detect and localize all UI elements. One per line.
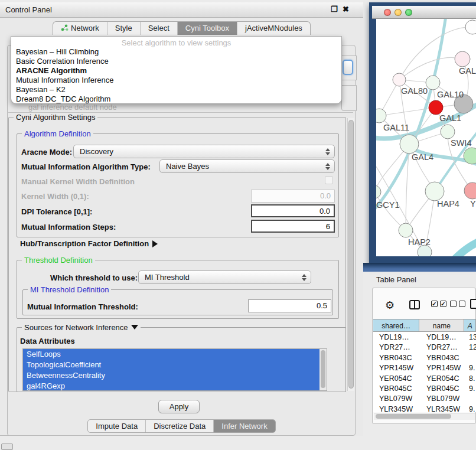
- algorithm-option-aracne[interactable]: ARACNE Algorithm: [11, 66, 341, 76]
- table-hscrollbar-thumb[interactable]: [376, 414, 451, 419]
- table-row[interactable]: YBR045CYBR045C9.: [373, 383, 476, 393]
- table-row[interactable]: YPR145WYPR145W9.: [373, 363, 476, 373]
- mi-type-combo[interactable]: Naive Bayes: [159, 159, 335, 173]
- column-header-name[interactable]: name: [419, 319, 464, 332]
- algorithm-option-basic-correlation[interactable]: Basic Correlation Inference: [11, 57, 341, 66]
- zoom-traffic-light-icon[interactable]: [405, 9, 412, 16]
- list-item-selfloops[interactable]: SelfLoops: [23, 349, 327, 360]
- list-item-gal4rgexp[interactable]: gal4RGexp: [23, 381, 327, 391]
- tab-select[interactable]: Select: [141, 22, 178, 35]
- mi-steps-field[interactable]: 6: [251, 220, 335, 233]
- node-gcy1[interactable]: [376, 185, 381, 198]
- mi-steps-label: Mutual Information Steps:: [21, 223, 116, 231]
- show-columns-icon[interactable]: ✓ ✓: [431, 301, 446, 307]
- cell: 9.: [467, 383, 476, 393]
- control-panel-title: Control Panel: [5, 5, 52, 14]
- table-row[interactable]: YBL079WYBL079W: [373, 393, 476, 403]
- aracne-mode-combo[interactable]: Discovery: [73, 145, 335, 158]
- node-unlabeled[interactable]: [465, 20, 476, 34]
- node-y-partial[interactable]: [464, 182, 476, 199]
- label-gal1: GAL1: [439, 113, 461, 123]
- mi-type-label: Mutual Information Algorithm Type:: [21, 162, 151, 171]
- algorithm-option-mutual-information[interactable]: Mutual Information Inference: [11, 76, 341, 85]
- column-header-partial[interactable]: A: [464, 319, 476, 332]
- apply-button[interactable]: Apply: [158, 400, 200, 413]
- which-threshold-combo[interactable]: MI Threshold: [138, 270, 311, 284]
- dpi-tolerance-label: DPI Tolerance [0,1]:: [21, 207, 92, 216]
- table-row[interactable]: YLR345WYLR345W9.: [373, 404, 476, 412]
- tab-style[interactable]: Style: [107, 22, 141, 35]
- tab-cyni-toolbox[interactable]: Cyni Toolbox: [178, 22, 237, 35]
- panel-corner-handle[interactable]: [1, 444, 13, 450]
- node-hap2[interactable]: [399, 223, 413, 237]
- hub-section-label: Hub/Transcription Factor Definition: [20, 239, 149, 248]
- close-traffic-light-icon[interactable]: [384, 9, 391, 16]
- algorithm-option-bayesian-k2[interactable]: Bayesian – K2: [11, 85, 341, 94]
- manual-kernel-checkbox[interactable]: [325, 176, 333, 184]
- node-gal4[interactable]: [400, 135, 419, 154]
- tab-discretize-data[interactable]: Discretize Data: [146, 420, 214, 432]
- column-header-shared-name[interactable]: shared…: [373, 319, 419, 332]
- dpi-tolerance-field[interactable]: 0.0: [251, 204, 335, 217]
- node-labels: GAL GAL80 GAL10 GAL1 GAL11 SWI4 GAL4 GCY…: [376, 66, 476, 247]
- table-row[interactable]: YDR27…YDR27…12: [373, 342, 476, 352]
- mi-threshold-label: Mutual Information Threshold:: [27, 302, 138, 311]
- cell: 12: [467, 342, 476, 352]
- cell: YDR27…: [373, 342, 420, 352]
- cell: YPR145W: [420, 363, 467, 373]
- cell: YBR043C: [373, 353, 420, 363]
- cell: YPR145W: [373, 363, 420, 373]
- hide-columns-icon[interactable]: [450, 301, 465, 307]
- network-view-window[interactable]: GAL GAL80 GAL10 GAL1 GAL11 SWI4 GAL4 GCY…: [369, 2, 476, 263]
- label-gal80: GAL80: [401, 86, 428, 96]
- tab-impute-data-label: Impute Data: [96, 422, 138, 431]
- settings-scrollbar-thumb[interactable]: [348, 120, 354, 389]
- algorithm-option-dream8[interactable]: Dream8 DC_TDC Algorithm: [11, 94, 341, 104]
- label-gal-partial: GAL: [459, 66, 476, 76]
- list-item-topologicalcoefficient[interactable]: TopologicalCoefficient: [23, 360, 327, 370]
- columns-icon[interactable]: [409, 300, 420, 309]
- node-gal1-selected[interactable]: [429, 100, 443, 115]
- tab-jactivemnodules[interactable]: jActiveMNodules: [237, 22, 310, 35]
- cell: YDL19…: [420, 332, 467, 342]
- control-panel: Control Panel ❐ ✖ Network Style Select C…: [0, 2, 363, 436]
- network-window-titlebar[interactable]: [372, 6, 476, 19]
- new-table-icon[interactable]: [470, 299, 476, 309]
- tab-infer-network[interactable]: Infer Network: [214, 420, 275, 432]
- cyni-algorithm-settings-title: Cyni Algorithm Settings: [14, 113, 97, 122]
- hub-section-toggle[interactable]: Hub/Transcription Factor Definition: [20, 239, 158, 248]
- tab-select-label: Select: [148, 24, 169, 32]
- table-row[interactable]: YBR043CYBR043C: [373, 353, 476, 363]
- table-row[interactable]: YDL19…YDL19…13: [373, 332, 476, 342]
- node-gal-partial[interactable]: [455, 51, 470, 67]
- float-window-icon[interactable]: ❐: [331, 5, 338, 14]
- mi-threshold-group-title: MI Threshold Definition: [28, 285, 111, 294]
- algorithm-option-bayesian-hill-climbing[interactable]: Bayesian – Hill Climbing: [11, 47, 341, 57]
- node-gal80[interactable]: [393, 73, 406, 86]
- table-row[interactable]: YER054CYER054C8.: [373, 373, 476, 383]
- tab-impute-data[interactable]: Impute Data: [88, 420, 146, 432]
- cell: YLR345W: [373, 404, 420, 412]
- cell: YDL19…: [373, 332, 420, 342]
- tab-network[interactable]: Network: [53, 22, 107, 35]
- list-item-betweennesscentrality[interactable]: BetweennessCentrality: [23, 370, 327, 381]
- network-canvas[interactable]: GAL GAL80 GAL10 GAL1 GAL11 SWI4 GAL4 GCY…: [376, 19, 476, 256]
- cell: 13: [467, 332, 476, 342]
- minimize-traffic-light-icon[interactable]: [395, 9, 402, 16]
- expand-right-icon: [152, 240, 158, 247]
- node-swi4[interactable]: [441, 125, 455, 139]
- control-panel-titlebar: Control Panel ❐ ✖: [0, 2, 363, 18]
- gear-icon[interactable]: ⚙: [385, 299, 395, 312]
- unchecked-box-icon: [450, 301, 457, 307]
- background-groupbox-fragment-2: [341, 85, 357, 111]
- mi-threshold-field[interactable]: 0.5: [248, 299, 331, 312]
- kernel-width-field[interactable]: 0.0: [251, 190, 335, 203]
- sources-group-title[interactable]: Sources for Network Inference: [22, 323, 141, 332]
- attributes-scrollbar-thumb[interactable]: [321, 350, 325, 388]
- node-gal10[interactable]: [426, 76, 440, 90]
- table-body: YDL19…YDL19…13 YDR27…YDR27…12 YBR043CYBR…: [373, 332, 476, 412]
- node-hap4[interactable]: [425, 182, 444, 201]
- focused-combo-fragment[interactable]: [343, 60, 353, 75]
- tab-cyni-toolbox-label: Cyni Toolbox: [185, 24, 229, 32]
- close-panel-icon[interactable]: ✖: [343, 5, 349, 14]
